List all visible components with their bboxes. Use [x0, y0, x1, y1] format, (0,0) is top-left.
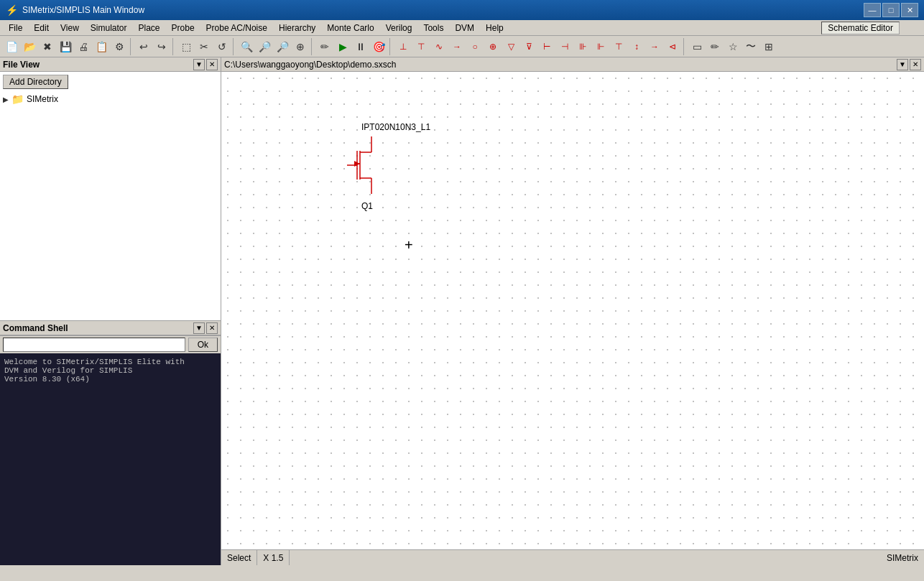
menu-monte-carlo[interactable]: Monte Carlo — [321, 22, 379, 34]
text-button[interactable]: ✏ — [706, 38, 724, 55]
pen-button[interactable]: ✏ — [316, 38, 333, 55]
save-button[interactable]: 💾 — [57, 38, 74, 55]
menu-help[interactable]: Help — [480, 22, 509, 34]
menu-edit[interactable]: Edit — [28, 22, 55, 34]
command-shell-panel: Command Shell ▼ ✕ Ok Welcome to SIMetrix… — [0, 321, 221, 565]
schematic-header-controls: ▼ ✕ — [897, 59, 921, 70]
file-view-controls: ▼ ✕ — [193, 59, 218, 70]
menu-file[interactable]: File — [3, 22, 28, 34]
menu-hierarchy[interactable]: Hierarchy — [273, 22, 321, 34]
cmd-input-row: Ok — [0, 335, 221, 353]
add-directory-button[interactable]: Add Directory — [3, 75, 68, 89]
file-view-close-button[interactable]: ✕ — [206, 59, 218, 70]
main-content: File View ▼ ✕ Add Directory ▶ 📁 SIMetrix… — [0, 57, 924, 565]
close-button[interactable]: ✕ — [901, 3, 918, 17]
schematic-pin-button[interactable]: ▼ — [897, 59, 908, 70]
tb-sep-2 — [172, 38, 175, 55]
zoom-in-button[interactable]: 🔎 — [274, 38, 291, 55]
schematic-editor-label: Schematic Editor — [821, 22, 900, 34]
status-app-text: SIMetrix — [887, 553, 918, 563]
pmos-button[interactable]: ⊣ — [556, 38, 573, 55]
capacitor-button[interactable]: → — [448, 38, 466, 55]
run-button[interactable]: ▶ — [334, 38, 351, 55]
diode-button[interactable]: ▽ — [502, 38, 519, 55]
status-mode-text: Select — [227, 553, 251, 563]
status-bar: Select X 1.5 SIMetrix — [221, 549, 924, 565]
open-button[interactable]: 📂 — [21, 38, 38, 55]
probe-button[interactable]: 🎯 — [370, 38, 387, 55]
print-button[interactable]: 🖨 — [75, 38, 92, 55]
maximize-button[interactable]: □ — [882, 3, 900, 17]
status-mode: Select — [221, 550, 257, 565]
zoom-fit-button[interactable]: 🔍 — [238, 38, 255, 55]
undo-button[interactable]: ↩ — [135, 38, 152, 55]
menu-verilog[interactable]: Verilog — [380, 22, 418, 34]
wave-button[interactable]: 〜 — [742, 38, 759, 55]
schematic-canvas[interactable]: IPT020N10N3_L1 — [221, 72, 924, 549]
settings-button[interactable]: ⚙ — [111, 38, 128, 55]
zener-button[interactable]: ⊽ — [520, 38, 537, 55]
pnp-button[interactable]: ⊩ — [592, 38, 609, 55]
command-shell-controls: ▼ ✕ — [193, 322, 218, 334]
menu-dvm[interactable]: DVM — [449, 22, 480, 34]
crosshair-cursor: + — [405, 237, 419, 251]
cut-button[interactable]: ✂ — [195, 38, 213, 55]
schematic-close-button[interactable]: ✕ — [910, 59, 921, 70]
vdd-button[interactable]: ⊤ — [412, 38, 430, 55]
title-bar-left: ⚡ SIMetrix/SIMPLIS Main Window — [6, 4, 144, 16]
command-shell-header: Command Shell ▼ ✕ — [0, 321, 221, 335]
vsource-button[interactable]: ⊕ — [484, 38, 502, 55]
component-ref-label: Q1 — [361, 201, 373, 211]
gnd-button[interactable]: ⊥ — [394, 38, 412, 55]
redo-button[interactable]: ↪ — [153, 38, 170, 55]
pause-button[interactable]: ⏸ — [352, 38, 369, 55]
menu-view[interactable]: View — [55, 22, 85, 34]
new-button[interactable]: 📄 — [3, 38, 20, 55]
file-view-content: Add Directory ▶ 📁 SIMetrix — [0, 72, 221, 320]
tree-arrow-icon: ▶ — [3, 96, 9, 103]
cmd-ok-button[interactable]: Ok — [188, 338, 218, 352]
file-view-pin-button[interactable]: ▼ — [193, 59, 205, 70]
nmos-button[interactable]: ⊢ — [538, 38, 555, 55]
line-button[interactable]: ▭ — [688, 38, 706, 55]
grid-button[interactable]: ⊞ — [760, 38, 777, 55]
file-view-header: File View ▼ ✕ — [0, 57, 221, 72]
arrow-button[interactable]: ⊲ — [664, 38, 681, 55]
left-panel: File View ▼ ✕ Add Directory ▶ 📁 SIMetrix… — [0, 57, 221, 565]
close-doc-button[interactable]: ✖ — [39, 38, 56, 55]
resistor-button[interactable]: ∿ — [430, 38, 448, 55]
menu-tools[interactable]: Tools — [417, 22, 449, 34]
zoom-area-button[interactable]: ⊕ — [292, 38, 309, 55]
npn-button[interactable]: ⊪ — [574, 38, 591, 55]
cmd-close-button[interactable]: ✕ — [206, 322, 218, 334]
command-shell-title: Command Shell — [3, 323, 68, 333]
wire-button[interactable]: → — [646, 38, 663, 55]
cmd-input-field[interactable] — [3, 338, 185, 352]
tree-item-label: SIMetrix — [27, 94, 58, 104]
menu-simulator[interactable]: Simulator — [85, 22, 133, 34]
tb-sep-3 — [233, 38, 236, 55]
port-button[interactable]: ⊤ — [610, 38, 627, 55]
title-bar-text: SIMetrix/SIMPLIS Main Window — [22, 5, 144, 15]
folder-icon: 📁 — [11, 93, 24, 105]
marker-button[interactable]: ☆ — [724, 38, 741, 55]
file-view-title: File View — [3, 60, 40, 70]
copy-button[interactable]: 📋 — [93, 38, 110, 55]
tb-sep-6 — [683, 38, 686, 55]
component-name-label: IPT020N10N3_L1 — [361, 122, 430, 132]
minimize-button[interactable]: — — [864, 3, 881, 17]
menu-bar: File Edit View Simulator Place Probe Pro… — [0, 20, 924, 36]
select-button[interactable]: ⬚ — [177, 38, 195, 55]
zoom-out-button[interactable]: 🔎 — [256, 38, 273, 55]
inductor-button[interactable]: ○ — [466, 38, 484, 55]
menu-probe[interactable]: Probe — [166, 22, 200, 34]
cmd-pin-button[interactable]: ▼ — [193, 322, 205, 334]
file-view-panel: File View ▼ ✕ Add Directory ▶ 📁 SIMetrix — [0, 57, 221, 321]
menu-place[interactable]: Place — [133, 22, 166, 34]
tb-sep-4 — [311, 38, 314, 55]
tree-item-simetrix[interactable]: ▶ 📁 SIMetrix — [3, 92, 218, 106]
schematic-path-header: C:\Users\wanggaoyong\Desktop\demo.sxsch … — [221, 57, 924, 72]
rotate-button[interactable]: ↺ — [213, 38, 231, 55]
bus-button[interactable]: ↕ — [628, 38, 645, 55]
menu-probe-ac-noise[interactable]: Probe AC/Noise — [200, 22, 273, 34]
